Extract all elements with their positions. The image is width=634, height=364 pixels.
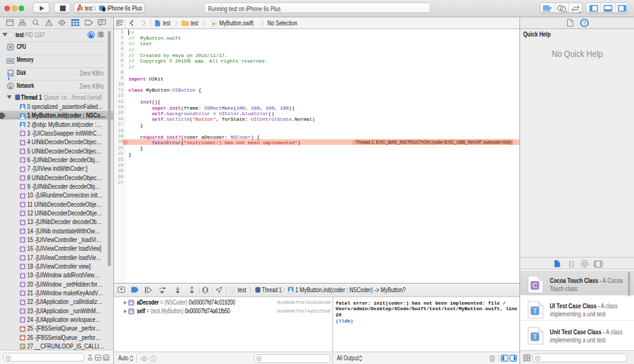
svg-text:T: T bbox=[533, 307, 537, 314]
svg-text:A: A bbox=[129, 300, 133, 305]
svg-text:?: ? bbox=[583, 20, 586, 26]
svg-text:T: T bbox=[533, 333, 537, 340]
svg-text:{ }: { } bbox=[569, 261, 575, 267]
svg-text:A: A bbox=[129, 308, 133, 314]
svg-text:C: C bbox=[532, 282, 537, 289]
